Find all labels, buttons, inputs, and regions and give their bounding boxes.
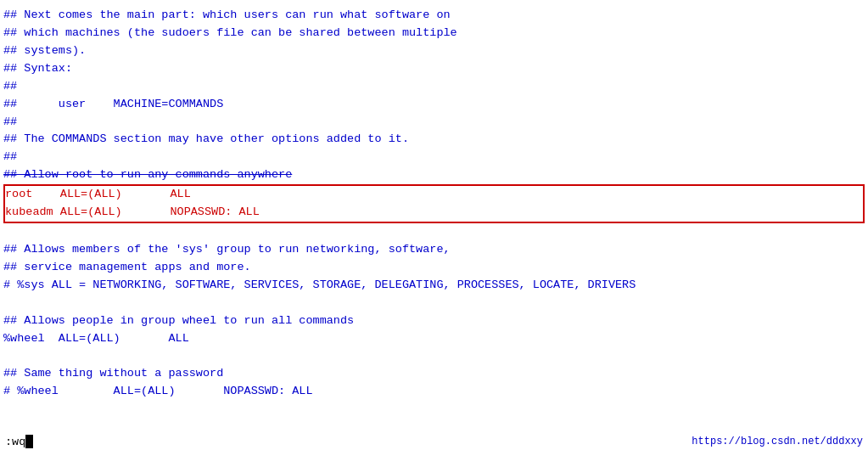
cmd-line: :wq [5,435,33,448]
editor: ## Next comes the main part: which users… [0,0,868,450]
highlighted-line-kubeadm: kubeadm ALL=(ALL) NOPASSWD: ALL [5,204,863,222]
code-line-9: ## [3,149,865,166]
cmd-text: :wq [5,436,25,448]
code-line-wheel-1: %wheel ALL=(ALL) ALL [3,330,865,348]
code-line-7: ## [3,114,865,132]
code-line-6: ## user MACHINE=COMMANDS [3,96,865,114]
code-line-8: ## The COMMANDS section may have other o… [3,131,865,149]
code-line-1: ## Next comes the main part: which users… [3,7,865,25]
code-line-5: ## [3,78,865,96]
code-line-empty-1 [3,223,865,241]
cmd-cursor [25,435,33,448]
url-bar: https://blog.csdn.net/dddxxy [692,436,863,447]
code-line-nopasswd-comment: ## Same thing without a password [3,365,865,383]
bottom-bar: :wq https://blog.csdn.net/dddxxy [0,433,868,450]
highlighted-line-root: root ALL=(ALL) ALL [5,186,863,204]
code-line-2: ## which machines (the sudoers file can … [3,25,865,42]
code-line-empty-3 [3,348,865,366]
code-line-nopasswd: # %wheel ALL=(ALL) NOPASSWD: ALL [3,383,865,401]
code-line-4: ## Syntax: [3,60,865,78]
code-line-wheel-comment: ## Allows people in group wheel to run a… [3,312,865,330]
code-line-3: ## systems). [3,42,865,60]
code-line-empty-2 [3,295,865,312]
highlighted-block: root ALL=(ALL) ALL kubeadm ALL=(ALL) NOP… [3,184,865,223]
code-line-10: ## Allow root to run any commands anywhe… [3,166,865,184]
code-line-sys-2: ## service management apps and more. [3,259,865,277]
code-line-sys-3: # %sys ALL = NETWORKING, SOFTWARE, SERVI… [3,277,865,295]
code-line-sys-1: ## Allows members of the 'sys' group to … [3,241,865,259]
